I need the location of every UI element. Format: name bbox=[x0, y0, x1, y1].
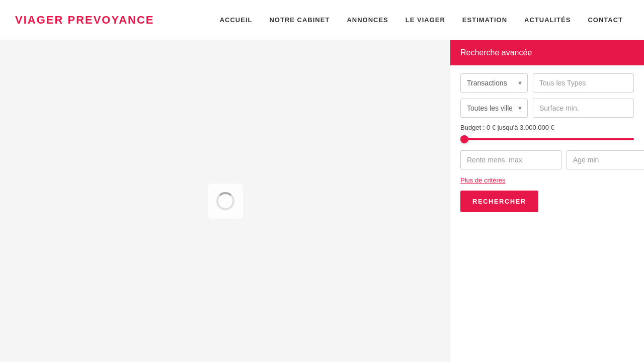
budget-section: Budget : 0 € jusqu'à 3.000.000 € bbox=[460, 124, 634, 144]
budget-label: Budget : 0 € jusqu'à 3.000.000 € bbox=[460, 124, 634, 131]
rente-input[interactable] bbox=[460, 150, 561, 169]
search-row-2: Toutes les villes ▼ bbox=[460, 99, 634, 118]
nav-item-annonces[interactable]: ANNONCES bbox=[341, 12, 394, 28]
surface-input[interactable] bbox=[533, 99, 634, 118]
villes-select-wrapper: Toutes les villes ▼ bbox=[460, 99, 528, 118]
transactions-select-wrapper: Transactions ▼ bbox=[460, 73, 528, 93]
transactions-select[interactable]: Transactions bbox=[460, 73, 528, 93]
header: VIAGER PREVOYANCE ACCUEIL NOTRE CABINET … bbox=[0, 0, 644, 40]
nav-item-accueil[interactable]: ACCUEIL bbox=[214, 12, 259, 28]
nav-item-contact[interactable]: CONTACT bbox=[582, 12, 629, 28]
loading-spinner bbox=[216, 192, 234, 210]
types-input[interactable] bbox=[533, 73, 634, 93]
nav: ACCUEIL NOTRE CABINET ANNONCES LE VIAGER… bbox=[214, 12, 629, 28]
age-input[interactable] bbox=[567, 150, 644, 169]
search-body: Transactions ▼ Toutes les villes ▼ Bud bbox=[450, 65, 644, 220]
search-row-1: Transactions ▼ bbox=[460, 73, 634, 93]
budget-slider[interactable] bbox=[460, 138, 634, 140]
loading-spinner-container bbox=[208, 184, 243, 219]
search-panel-title: Recherche avancée bbox=[460, 48, 532, 57]
nav-item-actualites[interactable]: ACTUALITÉS bbox=[518, 12, 577, 28]
villes-select[interactable]: Toutes les villes bbox=[460, 99, 528, 118]
nav-item-le-viager[interactable]: LE VIAGER bbox=[399, 12, 451, 28]
logo[interactable]: VIAGER PREVOYANCE bbox=[15, 14, 154, 27]
nav-item-notre-cabinet[interactable]: NOTRE CABINET bbox=[263, 12, 336, 28]
search-panel-header: Recherche avancée bbox=[450, 40, 644, 65]
search-panel: Recherche avancée Transactions ▼ Toutes … bbox=[450, 40, 644, 362]
budget-slider-wrapper bbox=[460, 134, 634, 144]
search-button[interactable]: RECHERCHER bbox=[460, 191, 538, 212]
nav-item-estimation[interactable]: ESTIMATION bbox=[456, 12, 513, 28]
more-criteria-link[interactable]: Plus de critères bbox=[460, 175, 634, 185]
map-panel bbox=[0, 40, 450, 362]
main-content: Recherche avancée Transactions ▼ Toutes … bbox=[0, 40, 644, 362]
search-row-3 bbox=[460, 150, 634, 169]
